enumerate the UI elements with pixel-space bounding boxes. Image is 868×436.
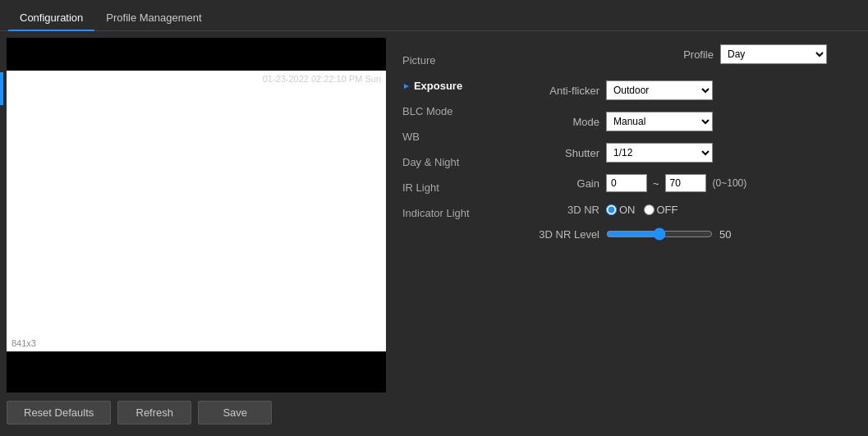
- shutter-label: Shutter: [526, 147, 599, 159]
- main-content: 01-23-2022 02:22:10 PM Sun 841x3 Reset D…: [0, 31, 868, 436]
- settings-panel: Profile Day Night Schedule Anti-flicker …: [501, 31, 868, 436]
- nr-3d-off-radio[interactable]: [644, 204, 654, 215]
- video-top-bar: [7, 38, 386, 71]
- video-main: 01-23-2022 02:22:10 PM Sun 841x3: [7, 71, 386, 351]
- gain-row: Gain ~ (0~100): [526, 174, 843, 192]
- tab-profile-management[interactable]: Profile Management: [94, 5, 213, 30]
- video-bottom-bar: [7, 351, 386, 392]
- reset-defaults-button[interactable]: Reset Defaults: [7, 401, 111, 425]
- nr-level-label: 3D NR Level: [526, 228, 599, 241]
- tab-configuration[interactable]: Configuration: [8, 5, 94, 30]
- nr-level-slider-row: 50: [606, 227, 740, 241]
- nr-level-slider[interactable]: [606, 227, 713, 241]
- mode-label: Mode: [526, 116, 599, 128]
- nr-level-value: 50: [719, 228, 740, 241]
- shutter-row: Shutter 1/12 1/25 1/50 1/100 1/250: [526, 143, 843, 163]
- refresh-button[interactable]: Refresh: [117, 401, 191, 425]
- tab-profile-management-label: Profile Management: [106, 11, 201, 24]
- nr-3d-off-label[interactable]: OFF: [644, 204, 678, 216]
- tab-configuration-label: Configuration: [20, 11, 83, 24]
- exposure-arrow-icon: ►: [402, 81, 411, 90]
- wb-label: WB: [402, 131, 420, 143]
- gain-range-label: (0~100): [713, 177, 747, 189]
- sidebar-item-wb[interactable]: WB: [394, 124, 501, 149]
- mode-select[interactable]: Manual Auto Iris Priority Shutter Priori…: [606, 112, 713, 131]
- gain-max-input[interactable]: [665, 174, 706, 192]
- ir-light-label: IR Light: [402, 181, 439, 194]
- gain-label: Gain: [526, 177, 599, 190]
- nr-level-row: 3D NR Level 50: [526, 227, 843, 241]
- nr-3d-row: 3D NR ON OFF: [526, 204, 843, 216]
- nr-3d-on-label[interactable]: ON: [606, 204, 636, 216]
- gain-controls: ~ (0~100): [606, 174, 746, 192]
- antiflicker-row: Anti-flicker Outdoor 50Hz 60Hz: [526, 80, 843, 100]
- indicator-light-label: Indicator Light: [402, 207, 470, 219]
- nr-3d-on-radio[interactable]: [606, 204, 617, 215]
- video-timestamp: 01-23-2022 02:22:10 PM Sun: [263, 74, 381, 84]
- exposure-label: Exposure: [414, 80, 462, 92]
- shutter-select[interactable]: 1/12 1/25 1/50 1/100 1/250: [606, 143, 713, 163]
- video-resolution-label: 841x3: [11, 338, 36, 348]
- menu-panel: Picture ► Exposure BLC Mode WB Day & Nig…: [394, 31, 501, 436]
- blue-indicator: [0, 72, 3, 105]
- tab-bar: Configuration Profile Management: [0, 0, 868, 31]
- gain-min-input[interactable]: [606, 174, 647, 192]
- sidebar-item-blc-mode[interactable]: BLC Mode: [394, 99, 501, 124]
- nr-3d-radio-group: ON OFF: [606, 204, 678, 216]
- gain-tilde: ~: [653, 177, 659, 190]
- sidebar-item-exposure[interactable]: ► Exposure: [394, 73, 501, 99]
- nr-3d-on-text: ON: [619, 204, 636, 216]
- antiflicker-label: Anti-flicker: [526, 85, 599, 97]
- video-container: 01-23-2022 02:22:10 PM Sun 841x3: [7, 38, 386, 392]
- sidebar-item-day-night[interactable]: Day & Night: [394, 149, 501, 175]
- sidebar-item-picture[interactable]: Picture: [394, 48, 501, 73]
- nr-3d-label: 3D NR: [526, 204, 599, 216]
- profile-select[interactable]: Day Night Schedule: [720, 44, 827, 64]
- sidebar-item-ir-light[interactable]: IR Light: [394, 175, 501, 200]
- sidebar-item-indicator-light[interactable]: Indicator Light: [394, 200, 501, 226]
- left-panel: 01-23-2022 02:22:10 PM Sun 841x3 Reset D…: [0, 31, 394, 436]
- save-button[interactable]: Save: [198, 401, 272, 425]
- profile-label: Profile: [640, 48, 714, 61]
- profile-row: Profile Day Night Schedule: [526, 44, 843, 64]
- picture-label: Picture: [402, 54, 435, 67]
- mode-row: Mode Manual Auto Iris Priority Shutter P…: [526, 112, 843, 131]
- bottom-buttons: Reset Defaults Refresh Save: [7, 392, 386, 429]
- antiflicker-select[interactable]: Outdoor 50Hz 60Hz: [606, 80, 713, 100]
- right-panel: Picture ► Exposure BLC Mode WB Day & Nig…: [394, 31, 868, 436]
- day-night-label: Day & Night: [402, 156, 459, 168]
- nr-3d-off-text: OFF: [657, 204, 678, 216]
- blc-mode-label: BLC Mode: [402, 105, 452, 117]
